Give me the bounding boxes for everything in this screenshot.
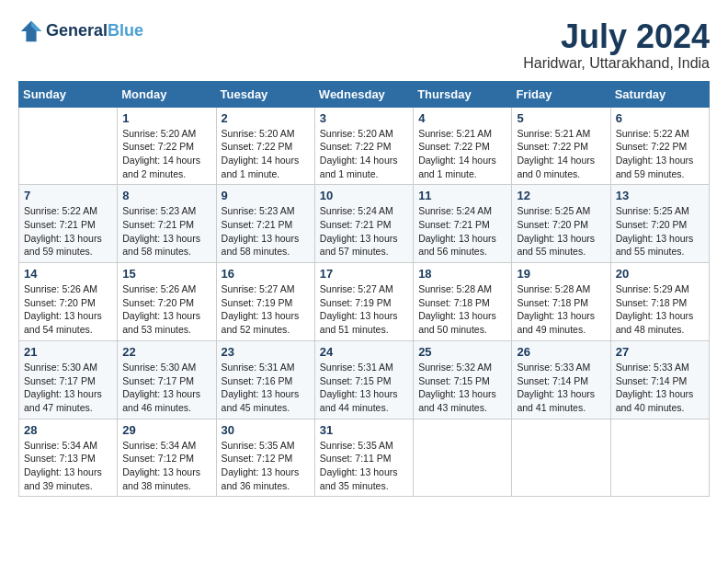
calendar-cell: 2Sunrise: 5:20 AM Sunset: 7:22 PM Daylig… xyxy=(216,107,314,185)
day-number: 16 xyxy=(222,267,310,281)
calendar-cell: 29Sunrise: 5:34 AM Sunset: 7:12 PM Dayli… xyxy=(118,419,216,497)
day-info: Sunrise: 5:29 AM Sunset: 7:18 PM Dayligh… xyxy=(616,282,704,337)
calendar-cell: 23Sunrise: 5:31 AM Sunset: 7:16 PM Dayli… xyxy=(216,340,314,419)
day-info: Sunrise: 5:28 AM Sunset: 7:18 PM Dayligh… xyxy=(517,282,605,337)
calendar-cell: 26Sunrise: 5:33 AM Sunset: 7:14 PM Dayli… xyxy=(512,340,610,419)
calendar-cell: 7Sunrise: 5:22 AM Sunset: 7:21 PM Daylig… xyxy=(19,185,118,263)
calendar-cell: 1Sunrise: 5:20 AM Sunset: 7:22 PM Daylig… xyxy=(118,107,216,185)
calendar-cell: 5Sunrise: 5:21 AM Sunset: 7:22 PM Daylig… xyxy=(512,107,610,185)
day-info: Sunrise: 5:32 AM Sunset: 7:15 PM Dayligh… xyxy=(418,361,506,415)
day-info: Sunrise: 5:20 AM Sunset: 7:22 PM Dayligh… xyxy=(320,127,408,181)
day-info: Sunrise: 5:22 AM Sunset: 7:22 PM Dayligh… xyxy=(616,127,704,181)
location-subtitle: Haridwar, Uttarakhand, India xyxy=(523,55,710,72)
logo-icon xyxy=(18,18,44,44)
day-number: 23 xyxy=(222,345,310,359)
calendar-cell: 3Sunrise: 5:20 AM Sunset: 7:22 PM Daylig… xyxy=(314,107,413,185)
day-info: Sunrise: 5:33 AM Sunset: 7:14 PM Dayligh… xyxy=(616,361,704,415)
day-number: 9 xyxy=(222,189,310,202)
day-info: Sunrise: 5:23 AM Sunset: 7:21 PM Dayligh… xyxy=(222,204,310,259)
calendar-cell: 30Sunrise: 5:35 AM Sunset: 7:12 PM Dayli… xyxy=(216,419,314,497)
page-header: GeneralBlue July 2024 Haridwar, Uttarakh… xyxy=(18,18,710,72)
day-info: Sunrise: 5:23 AM Sunset: 7:21 PM Dayligh… xyxy=(122,204,210,259)
calendar-week-row: 7Sunrise: 5:22 AM Sunset: 7:21 PM Daylig… xyxy=(19,185,710,263)
calendar-cell: 10Sunrise: 5:24 AM Sunset: 7:21 PM Dayli… xyxy=(314,185,413,263)
day-number: 27 xyxy=(616,345,704,359)
day-info: Sunrise: 5:22 AM Sunset: 7:21 PM Dayligh… xyxy=(24,204,112,259)
day-number: 31 xyxy=(320,423,408,437)
calendar-cell: 25Sunrise: 5:32 AM Sunset: 7:15 PM Dayli… xyxy=(414,340,512,419)
day-info: Sunrise: 5:24 AM Sunset: 7:21 PM Dayligh… xyxy=(418,204,506,259)
column-header-monday: Monday xyxy=(118,81,216,107)
calendar-cell: 19Sunrise: 5:28 AM Sunset: 7:18 PM Dayli… xyxy=(512,263,610,341)
day-number: 1 xyxy=(122,111,210,125)
calendar-cell: 16Sunrise: 5:27 AM Sunset: 7:19 PM Dayli… xyxy=(216,263,314,341)
calendar-cell: 14Sunrise: 5:26 AM Sunset: 7:20 PM Dayli… xyxy=(19,263,118,341)
calendar-cell xyxy=(19,107,118,185)
day-number: 19 xyxy=(517,267,605,281)
column-header-thursday: Thursday xyxy=(414,81,512,107)
day-info: Sunrise: 5:30 AM Sunset: 7:17 PM Dayligh… xyxy=(24,361,112,415)
day-number: 20 xyxy=(616,267,704,281)
day-number: 3 xyxy=(320,111,408,125)
calendar-header-row: SundayMondayTuesdayWednesdayThursdayFrid… xyxy=(19,81,710,107)
calendar-cell: 24Sunrise: 5:31 AM Sunset: 7:15 PM Dayli… xyxy=(314,340,413,419)
day-info: Sunrise: 5:21 AM Sunset: 7:22 PM Dayligh… xyxy=(418,127,506,181)
day-number: 10 xyxy=(320,189,408,202)
day-info: Sunrise: 5:26 AM Sunset: 7:20 PM Dayligh… xyxy=(122,282,210,337)
column-header-saturday: Saturday xyxy=(610,81,709,107)
day-info: Sunrise: 5:31 AM Sunset: 7:16 PM Dayligh… xyxy=(222,361,310,415)
column-header-wednesday: Wednesday xyxy=(314,81,413,107)
day-info: Sunrise: 5:20 AM Sunset: 7:22 PM Dayligh… xyxy=(222,127,310,181)
calendar-week-row: 1Sunrise: 5:20 AM Sunset: 7:22 PM Daylig… xyxy=(19,107,710,185)
day-number: 25 xyxy=(418,345,506,359)
logo: GeneralBlue xyxy=(18,18,143,44)
calendar-week-row: 28Sunrise: 5:34 AM Sunset: 7:13 PM Dayli… xyxy=(19,419,710,497)
column-header-friday: Friday xyxy=(512,81,610,107)
calendar-cell xyxy=(512,419,610,497)
day-info: Sunrise: 5:34 AM Sunset: 7:12 PM Dayligh… xyxy=(122,439,210,493)
calendar-cell xyxy=(610,419,709,497)
day-number: 6 xyxy=(616,111,704,125)
calendar-cell: 27Sunrise: 5:33 AM Sunset: 7:14 PM Dayli… xyxy=(610,340,709,419)
day-number: 24 xyxy=(320,345,408,359)
calendar-week-row: 21Sunrise: 5:30 AM Sunset: 7:17 PM Dayli… xyxy=(19,340,710,419)
column-header-sunday: Sunday xyxy=(19,81,118,107)
day-number: 7 xyxy=(24,189,112,202)
day-info: Sunrise: 5:20 AM Sunset: 7:22 PM Dayligh… xyxy=(122,127,210,181)
month-year-title: July 2024 xyxy=(523,18,710,55)
calendar-cell: 22Sunrise: 5:30 AM Sunset: 7:17 PM Dayli… xyxy=(118,340,216,419)
calendar-cell: 6Sunrise: 5:22 AM Sunset: 7:22 PM Daylig… xyxy=(610,107,709,185)
day-info: Sunrise: 5:25 AM Sunset: 7:20 PM Dayligh… xyxy=(517,204,605,259)
calendar-cell: 28Sunrise: 5:34 AM Sunset: 7:13 PM Dayli… xyxy=(19,419,118,497)
calendar-cell: 11Sunrise: 5:24 AM Sunset: 7:21 PM Dayli… xyxy=(414,185,512,263)
day-number: 21 xyxy=(24,345,112,359)
day-number: 30 xyxy=(222,423,310,437)
day-info: Sunrise: 5:24 AM Sunset: 7:21 PM Dayligh… xyxy=(320,204,408,259)
day-number: 29 xyxy=(122,423,210,437)
day-number: 8 xyxy=(122,189,210,202)
calendar-cell: 9Sunrise: 5:23 AM Sunset: 7:21 PM Daylig… xyxy=(216,185,314,263)
calendar-cell: 4Sunrise: 5:21 AM Sunset: 7:22 PM Daylig… xyxy=(414,107,512,185)
day-number: 2 xyxy=(222,111,310,125)
day-number: 5 xyxy=(517,111,605,125)
column-header-tuesday: Tuesday xyxy=(216,81,314,107)
day-info: Sunrise: 5:34 AM Sunset: 7:13 PM Dayligh… xyxy=(24,439,112,493)
day-info: Sunrise: 5:21 AM Sunset: 7:22 PM Dayligh… xyxy=(517,127,605,181)
title-section: July 2024 Haridwar, Uttarakhand, India xyxy=(523,18,710,72)
day-info: Sunrise: 5:27 AM Sunset: 7:19 PM Dayligh… xyxy=(320,282,408,337)
calendar-cell: 12Sunrise: 5:25 AM Sunset: 7:20 PM Dayli… xyxy=(512,185,610,263)
day-number: 17 xyxy=(320,267,408,281)
day-number: 13 xyxy=(616,189,704,202)
day-number: 12 xyxy=(517,189,605,202)
calendar-cell xyxy=(414,419,512,497)
day-info: Sunrise: 5:33 AM Sunset: 7:14 PM Dayligh… xyxy=(517,361,605,415)
day-number: 11 xyxy=(418,189,506,202)
calendar-cell: 18Sunrise: 5:28 AM Sunset: 7:18 PM Dayli… xyxy=(414,263,512,341)
day-number: 4 xyxy=(418,111,506,125)
day-info: Sunrise: 5:28 AM Sunset: 7:18 PM Dayligh… xyxy=(418,282,506,337)
day-number: 14 xyxy=(24,267,112,281)
calendar-cell: 31Sunrise: 5:35 AM Sunset: 7:11 PM Dayli… xyxy=(314,419,413,497)
day-info: Sunrise: 5:35 AM Sunset: 7:11 PM Dayligh… xyxy=(320,439,408,493)
calendar-cell: 21Sunrise: 5:30 AM Sunset: 7:17 PM Dayli… xyxy=(19,340,118,419)
calendar-table: SundayMondayTuesdayWednesdayThursdayFrid… xyxy=(18,81,710,498)
